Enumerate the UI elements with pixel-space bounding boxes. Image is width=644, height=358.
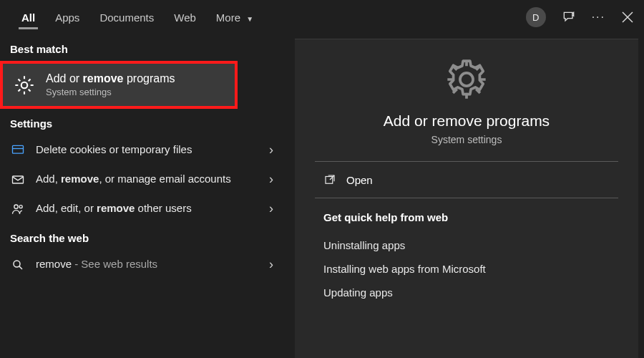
help-link-installing[interactable]: Installing web apps from Microsoft	[323, 257, 610, 281]
settings-row-email[interactable]: Add, remove, or manage email accounts ›	[0, 165, 286, 194]
web-suffix: - See web results	[72, 258, 157, 270]
search-topbar: All Apps Documents Web More ▼ D ···	[0, 0, 644, 34]
more-options-icon[interactable]: ···	[592, 11, 605, 24]
web-search-text: remove - See web results	[36, 257, 256, 271]
row-pre: Add, edit, or	[36, 202, 97, 214]
preview-subtitle: System settings	[431, 134, 502, 145]
users-icon	[10, 202, 26, 216]
settings-row-users[interactable]: Add, edit, or remove other users ›	[0, 194, 286, 223]
section-best-match: Best match	[0, 34, 286, 61]
preview-panel: Add or remove programs System settings O…	[295, 39, 638, 358]
svg-line-9	[19, 266, 22, 268]
content-area: Best match Add or remove programs System…	[0, 34, 644, 358]
svg-rect-3	[13, 145, 24, 153]
section-settings: Settings	[0, 109, 286, 135]
settings-row-text: Add, remove, or manage email accounts	[36, 172, 256, 186]
chevron-right-icon[interactable]: ›	[266, 172, 276, 187]
filter-tabs: All Apps Documents Web More ▼	[11, 3, 263, 32]
close-icon[interactable]	[621, 11, 634, 24]
gear-icon	[444, 57, 489, 102]
gear-icon	[13, 74, 36, 97]
svg-point-7	[19, 205, 22, 208]
row-bold: remove	[61, 173, 99, 185]
tab-documents[interactable]: Documents	[89, 3, 164, 32]
row-post: , or manage email accounts	[99, 173, 230, 185]
preview-title: Add or remove programs	[384, 112, 550, 130]
tab-all[interactable]: All	[11, 3, 45, 32]
chevron-right-icon[interactable]: ›	[266, 201, 276, 216]
results-panel: Best match Add or remove programs System…	[0, 34, 286, 358]
best-match-result[interactable]: Add or remove programs System settings	[0, 61, 238, 109]
bm-title-post: programs	[124, 72, 175, 84]
open-action[interactable]: Open	[295, 162, 638, 198]
chevron-right-icon[interactable]: ›	[266, 257, 276, 272]
system-icon	[10, 143, 26, 158]
settings-row-text: Delete cookies or temporary files	[36, 142, 256, 157]
svg-point-2	[21, 82, 28, 88]
bm-title-bold: remove	[83, 72, 124, 84]
svg-point-8	[14, 261, 20, 267]
best-match-text: Add or remove programs System settings	[46, 72, 175, 97]
settings-row-text: Add, edit, or remove other users	[36, 201, 256, 216]
search-icon	[10, 258, 26, 271]
web-term: remove	[36, 258, 72, 270]
help-link-uninstalling[interactable]: Uninstalling apps	[323, 233, 610, 257]
preview-hero: Add or remove programs System settings	[295, 39, 638, 161]
best-match-title: Add or remove programs	[46, 72, 175, 85]
svg-rect-5	[13, 176, 24, 183]
help-block: Get quick help from web Uninstalling app…	[295, 198, 638, 304]
feedback-icon[interactable]	[562, 10, 576, 24]
chevron-right-icon[interactable]: ›	[266, 142, 276, 158]
avatar-initial: D	[532, 12, 539, 23]
chevron-down-icon: ▼	[246, 15, 253, 23]
svg-point-10	[460, 73, 473, 86]
section-search-web: Search the web	[0, 223, 286, 250]
row-pre: Add,	[36, 173, 61, 185]
web-search-row[interactable]: remove - See web results ›	[0, 250, 286, 279]
tab-web[interactable]: Web	[164, 3, 206, 32]
tab-more[interactable]: More ▼	[206, 3, 263, 32]
best-match-subtitle: System settings	[46, 87, 175, 97]
settings-row-cookies[interactable]: Delete cookies or temporary files ›	[0, 135, 286, 165]
open-label: Open	[346, 174, 373, 186]
tab-apps[interactable]: Apps	[45, 3, 89, 32]
tab-more-label: More	[216, 11, 240, 24]
help-title: Get quick help from web	[323, 211, 610, 223]
mail-icon	[10, 173, 26, 187]
row-bold: remove	[97, 202, 135, 214]
user-avatar[interactable]: D	[526, 7, 546, 27]
row-post: other users	[135, 202, 191, 214]
svg-point-6	[14, 205, 18, 208]
help-link-updating[interactable]: Updating apps	[323, 281, 610, 304]
bm-title-pre: Add or	[46, 72, 83, 84]
open-icon	[323, 173, 336, 186]
topbar-right: D ···	[526, 7, 640, 27]
